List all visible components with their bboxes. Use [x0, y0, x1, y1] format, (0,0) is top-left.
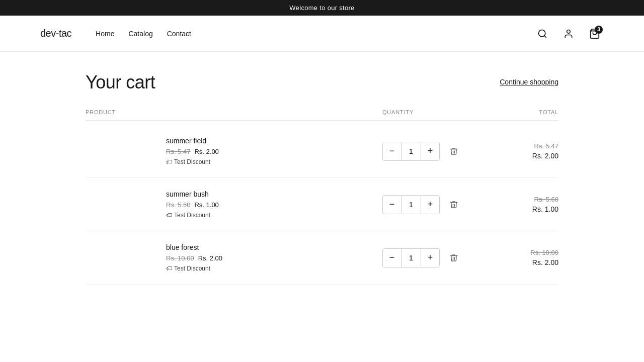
nav-home[interactable]: Home [96, 30, 114, 38]
account-icon [564, 29, 574, 39]
item-name-3: blue forest [166, 243, 382, 251]
quantity-control-3: − + [382, 248, 440, 267]
cart-title: Your cart [86, 72, 155, 93]
increase-qty-1[interactable]: + [421, 142, 439, 160]
quantity-area-1: − + [382, 142, 483, 161]
search-button[interactable] [533, 25, 551, 43]
svg-line-1 [544, 35, 546, 37]
total-original-2: Rs. 5.60 [483, 196, 558, 203]
decrease-qty-1[interactable]: − [383, 142, 401, 160]
product-column-header: PRODUCT [86, 109, 382, 115]
total-original-1: Rs. 5.47 [483, 142, 558, 150]
item-price-sale-3: Rs. 2.00 [198, 254, 222, 262]
cart-header: Your cart Continue shopping [86, 72, 558, 93]
item-price-sale-2: Rs. 1.00 [194, 201, 218, 209]
cart-button[interactable]: 3 [586, 25, 604, 43]
quantity-control-2: − + [382, 195, 440, 214]
header: dev-tac Home Catalog Contact 3 [0, 16, 644, 52]
discount-tag-3: 🏷 Test Discount [166, 265, 382, 272]
account-button[interactable] [559, 25, 578, 43]
svg-point-2 [567, 30, 571, 33]
item-price-row-3: Rs. 10.00 Rs. 2.00 [166, 254, 382, 262]
item-total-3: Rs. 10.00 Rs. 2.00 [483, 249, 558, 266]
item-info-3: blue forest Rs. 10.00 Rs. 2.00 🏷 Test Di… [86, 243, 382, 272]
discount-tag-2: 🏷 Test Discount [166, 212, 382, 219]
announcement-text: Welcome to our store [289, 4, 354, 12]
logo[interactable]: dev-tac [40, 28, 71, 39]
total-sale-2: Rs. 1.00 [483, 205, 558, 213]
decrease-qty-3[interactable]: − [383, 249, 401, 267]
item-price-original-1: Rs. 5.47 [166, 148, 190, 155]
delete-item-3[interactable] [446, 250, 462, 266]
quantity-column-header: QUANTITY [382, 109, 483, 115]
increase-qty-3[interactable]: + [421, 249, 439, 267]
item-name-2: summer bush [166, 190, 382, 198]
qty-input-3[interactable] [401, 249, 421, 267]
item-price-sale-1: Rs. 2.00 [194, 148, 218, 155]
quantity-area-3: − + [382, 248, 483, 267]
table-row: summer field Rs. 5.47 Rs. 2.00 🏷 Test Di… [86, 125, 558, 178]
qty-input-1[interactable] [401, 142, 421, 160]
delete-item-2[interactable] [446, 197, 462, 213]
cart-badge: 3 [595, 26, 603, 34]
cart-items-list: summer field Rs. 5.47 Rs. 2.00 🏷 Test Di… [86, 125, 558, 285]
item-price-row-1: Rs. 5.47 Rs. 2.00 [166, 148, 382, 155]
tag-icon-3: 🏷 [166, 265, 172, 272]
qty-input-2[interactable] [401, 196, 421, 214]
item-total-2: Rs. 5.60 Rs. 1.00 [483, 196, 558, 213]
item-total-1: Rs. 5.47 Rs. 2.00 [483, 142, 558, 160]
tag-icon-2: 🏷 [166, 212, 172, 219]
table-row: summer bush Rs. 5.60 Rs. 1.00 🏷 Test Dis… [86, 178, 558, 231]
search-icon [537, 29, 547, 39]
trash-icon-1 [449, 147, 458, 156]
increase-qty-2[interactable]: + [421, 196, 439, 214]
header-icons: 3 [533, 25, 604, 43]
continue-shopping-button[interactable]: Continue shopping [500, 78, 558, 86]
total-original-3: Rs. 10.00 [483, 249, 558, 256]
item-price-original-3: Rs. 10.00 [166, 254, 194, 262]
announcement-bar: Welcome to our store [0, 0, 644, 16]
discount-label-1: Test Discount [174, 158, 210, 165]
item-price-original-2: Rs. 5.60 [166, 201, 190, 209]
item-info-1: summer field Rs. 5.47 Rs. 2.00 🏷 Test Di… [86, 137, 382, 165]
trash-icon-3 [449, 253, 458, 262]
quantity-control-1: − + [382, 142, 440, 161]
table-headers: PRODUCT QUANTITY TOTAL [86, 109, 558, 121]
total-sale-3: Rs. 2.00 [483, 258, 558, 266]
main-content: Your cart Continue shopping PRODUCT QUAN… [45, 52, 599, 325]
nav-contact[interactable]: Contact [167, 30, 191, 38]
table-row: blue forest Rs. 10.00 Rs. 2.00 🏷 Test Di… [86, 231, 558, 285]
delete-item-1[interactable] [446, 143, 462, 159]
nav-catalog[interactable]: Catalog [128, 30, 152, 38]
decrease-qty-2[interactable]: − [383, 196, 401, 214]
item-info-2: summer bush Rs. 5.60 Rs. 1.00 🏷 Test Dis… [86, 190, 382, 219]
total-column-header: TOTAL [483, 109, 558, 115]
total-sale-1: Rs. 2.00 [483, 152, 558, 160]
discount-label-3: Test Discount [174, 265, 210, 272]
tag-icon-1: 🏷 [166, 158, 172, 165]
item-price-row-2: Rs. 5.60 Rs. 1.00 [166, 201, 382, 209]
discount-label-2: Test Discount [174, 212, 210, 219]
trash-icon-2 [449, 200, 458, 209]
quantity-area-2: − + [382, 195, 483, 214]
item-name-1: summer field [166, 137, 382, 145]
discount-tag-1: 🏷 Test Discount [166, 158, 382, 165]
main-nav: Home Catalog Contact [96, 30, 533, 38]
